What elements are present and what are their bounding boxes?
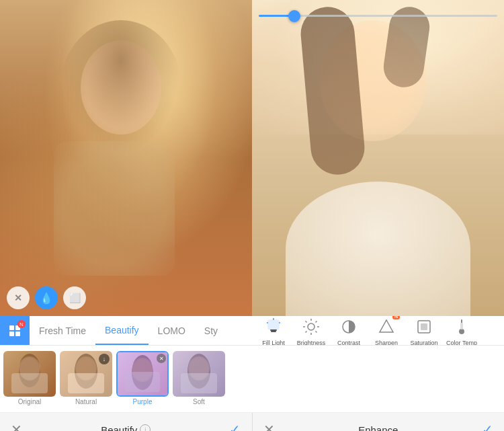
left-tools-overlay: ✕ 💧 ⬜: [7, 286, 86, 309]
svg-line-17: [316, 321, 317, 323]
contrast-icon-wrap: [337, 316, 361, 339]
svg-rect-4: [268, 320, 279, 329]
left-photo: [0, 0, 252, 316]
saturation-label: Saturation: [410, 340, 437, 345]
right-tab-tools: Fill Light Brightness: [252, 316, 504, 345]
filter-row-left: Original ↓ Natural ✕: [3, 351, 251, 405]
filter-soft-thumb: [173, 351, 225, 397]
tab-icon-button[interactable]: N: [0, 316, 30, 345]
svg-rect-22: [421, 323, 427, 330]
sharpen-n-badge: N: [392, 316, 400, 319]
main-photo-area: ✕ 💧 ⬜: [0, 0, 504, 316]
svg-line-16: [316, 331, 317, 333]
cancel-tool-button[interactable]: ✕: [7, 286, 30, 309]
n-badge: N: [17, 320, 26, 328]
right-photo-panel: [252, 0, 504, 316]
svg-rect-6: [271, 331, 276, 332]
filter-purple-thumb: ✕: [116, 351, 169, 397]
beautify-title-area: Beautify i: [101, 424, 151, 432]
svg-line-15: [306, 321, 307, 323]
enhance-slider-thumb[interactable]: [288, 10, 300, 22]
tool-color-temp[interactable]: Color Temp: [444, 316, 479, 345]
tool-fill-light[interactable]: Fill Light: [256, 316, 291, 345]
svg-point-10: [308, 323, 314, 330]
filter-original[interactable]: Original: [3, 351, 56, 405]
filter-natural[interactable]: ↓ Natural: [59, 351, 113, 405]
info-icon: i: [144, 426, 146, 431]
svg-rect-5: [270, 329, 277, 331]
saturation-icon-wrap: [412, 316, 436, 339]
filter-row: Original ↓ Natural ✕: [0, 346, 504, 413]
filter-soft[interactable]: Soft: [172, 351, 226, 405]
bottom-bar-right: ✕ Enhance ✓: [253, 422, 505, 431]
left-photo-bg: [0, 0, 252, 316]
filter-natural-label: Natural: [75, 398, 97, 405]
color-temp-icon: [452, 317, 471, 336]
bottom-bar-left: ✕ Beautify i ✓: [0, 422, 252, 431]
drop-icon: 💧: [40, 292, 53, 305]
tab-lomo[interactable]: LOMO: [149, 316, 195, 345]
right-photo-bg: [252, 0, 504, 316]
saturation-icon: [415, 317, 433, 336]
fill-light-label: Fill Light: [262, 340, 285, 345]
tool-saturation[interactable]: Saturation: [407, 316, 442, 345]
sharpen-label: Sharpen: [375, 340, 398, 345]
svg-point-24: [459, 329, 464, 334]
contrast-label: Contrast: [337, 340, 360, 345]
enhance-confirm-button[interactable]: ✓: [482, 422, 493, 431]
svg-rect-2: [9, 331, 14, 336]
filter-original-thumb: [3, 351, 56, 397]
sharpen-icon-wrap: N: [374, 316, 398, 339]
tool-brightness[interactable]: Brightness: [294, 316, 329, 345]
enhance-cancel-button[interactable]: ✕: [263, 422, 275, 431]
filter-purple-label: Purple: [133, 398, 153, 405]
filter-natural-download-badge: ↓: [99, 354, 110, 364]
square-icon: ⬜: [69, 292, 81, 303]
beautify-title-text: Beautify: [101, 424, 137, 432]
enhance-slider-area: [259, 15, 497, 17]
enhance-title-text: Enhance: [358, 424, 398, 432]
beautify-info-button[interactable]: i: [140, 424, 151, 431]
drop-tool-button[interactable]: 💧: [35, 286, 58, 309]
fill-light-icon-wrap: [261, 316, 286, 339]
left-tab-bar: N Fresh Time Beautify LOMO Sty: [0, 316, 252, 345]
color-temp-icon-wrap: [450, 316, 474, 339]
filter-original-label: Original: [18, 398, 41, 405]
fill-light-icon: [264, 317, 283, 336]
filter-soft-label: Soft: [193, 398, 205, 405]
tool-sharpen[interactable]: N Sharpen: [369, 316, 404, 345]
left-photo-panel: ✕ 💧 ⬜: [0, 0, 252, 316]
tab-style[interactable]: Sty: [195, 316, 227, 345]
filter-purple-close-badge[interactable]: ✕: [157, 354, 166, 363]
svg-rect-0: [9, 325, 14, 330]
brightness-label: Brightness: [297, 340, 326, 345]
contrast-icon: [339, 317, 358, 336]
bottom-bar: ✕ Beautify i ✓ ✕ Enhance ✓: [0, 413, 504, 431]
tab-fresh-time[interactable]: Fresh Time: [30, 316, 95, 345]
beautify-confirm-button[interactable]: ✓: [229, 422, 241, 431]
filter-purple[interactable]: ✕ Purple: [116, 351, 169, 405]
svg-line-18: [306, 331, 307, 333]
brightness-icon: [302, 317, 321, 336]
square-tool-button[interactable]: ⬜: [63, 286, 86, 309]
enhance-slider-track[interactable]: [259, 15, 497, 17]
svg-rect-25: [460, 323, 463, 329]
tab-beautify[interactable]: Beautify: [95, 316, 149, 345]
beautify-cancel-button[interactable]: ✕: [11, 422, 22, 431]
tool-contrast[interactable]: Contrast: [331, 316, 366, 345]
color-temp-label: Color Temp: [446, 340, 477, 345]
svg-rect-3: [15, 331, 20, 336]
sharpen-icon: [377, 317, 396, 336]
filter-natural-thumb: ↓: [60, 351, 112, 397]
brightness-icon-wrap: [299, 316, 323, 339]
cancel-icon: ✕: [14, 292, 22, 303]
tab-bar: N Fresh Time Beautify LOMO Sty Fill Ligh…: [0, 316, 504, 346]
svg-marker-20: [380, 320, 393, 332]
